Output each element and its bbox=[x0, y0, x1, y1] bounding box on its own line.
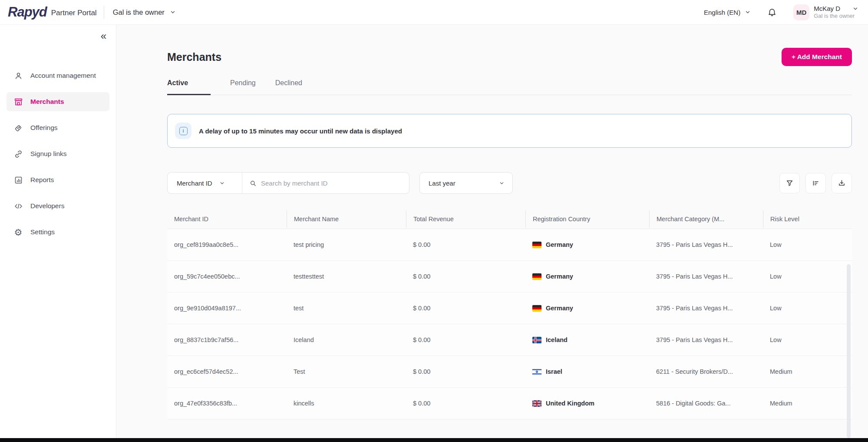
product-label: Partner Portal bbox=[51, 9, 97, 17]
avatar[interactable]: MD bbox=[793, 4, 809, 20]
cell-registration-country: Germany bbox=[525, 229, 649, 260]
sidebar: « Account management Merchants bbox=[0, 25, 116, 442]
table-row[interactable]: org_47e0f3356c83fb... kincells $ 0.00 Un… bbox=[167, 388, 852, 419]
tab-declined[interactable]: Declined bbox=[275, 79, 302, 95]
tab-pending[interactable]: Pending bbox=[230, 79, 256, 95]
download-button[interactable] bbox=[832, 173, 852, 193]
cell-merchant-id: org_9e910d049a8197... bbox=[167, 292, 287, 324]
user-icon bbox=[13, 71, 23, 80]
cell-merchant-name: test bbox=[287, 292, 406, 324]
cell-merchant-id: org_ec6cef57d4ec52... bbox=[167, 356, 287, 387]
cell-merchant-id: org_8837c1b9c7af56... bbox=[167, 324, 287, 356]
flag-icon-de bbox=[532, 273, 541, 280]
country-name: Israel bbox=[546, 368, 562, 375]
chevron-down-icon bbox=[852, 6, 858, 12]
search-field-dropdown[interactable]: Merchant ID bbox=[168, 173, 242, 193]
sidebar-item-merchants[interactable]: Merchants bbox=[7, 92, 109, 111]
merchants-table: Merchant ID Merchant Name Total Revenue … bbox=[167, 209, 852, 419]
language-dropdown[interactable]: English (EN) bbox=[704, 9, 751, 16]
table-row[interactable]: org_9e910d049a8197... test $ 0.00 German… bbox=[167, 292, 852, 324]
cell-merchant-id: org_47e0f3356c83fb... bbox=[167, 388, 287, 419]
sidebar-item-signup-links[interactable]: Signup links bbox=[7, 144, 109, 163]
flag-icon-gb bbox=[532, 400, 541, 407]
table-row[interactable]: org_59c7c4ee050ebc... testtesttest $ 0.0… bbox=[167, 261, 852, 292]
sidebar-item-reports[interactable]: Reports bbox=[7, 170, 109, 189]
sidebar-item-label: Developers bbox=[30, 202, 64, 210]
sort-icon bbox=[812, 179, 820, 187]
cell-risk-level: Medium bbox=[763, 356, 852, 387]
user-role: Gal is the owner bbox=[814, 13, 858, 20]
cell-merchant-id: org_cef8199aa0c8e5... bbox=[167, 229, 287, 260]
info-banner-text: A delay of up to 15 minutes may occur un… bbox=[199, 127, 402, 135]
code-icon bbox=[13, 201, 23, 211]
user-name: McKay D bbox=[814, 5, 840, 13]
column-header-risk-level[interactable]: Risk Level bbox=[763, 210, 852, 228]
account-owner-dropdown[interactable]: Gal is the owner bbox=[113, 8, 176, 17]
table-vertical-scrollbar[interactable] bbox=[847, 264, 851, 438]
cell-merchant-category: 3795 - Paris Las Vegas H... bbox=[649, 261, 763, 292]
table-row[interactable]: org_8837c1b9c7af56... Iceland $ 0.00 Ice… bbox=[167, 324, 852, 356]
sidebar-item-label: Merchants bbox=[30, 98, 64, 106]
chevron-down-icon bbox=[219, 180, 225, 186]
sidebar-item-settings[interactable]: ⚙ Settings bbox=[7, 223, 109, 242]
top-header: Rapyd Partner Portal Gal is the owner En… bbox=[0, 0, 868, 25]
tab-active[interactable]: Active bbox=[167, 79, 211, 95]
filter-button[interactable] bbox=[779, 173, 800, 193]
gear-icon: ⚙ bbox=[13, 227, 23, 237]
column-header-merchant-name[interactable]: Merchant Name bbox=[287, 210, 406, 228]
header-right: English (EN) MD McKay D Gal is the owner bbox=[704, 4, 858, 20]
cell-registration-country: Germany bbox=[525, 261, 649, 292]
date-range-dropdown[interactable]: Last year bbox=[419, 172, 513, 194]
tag-icon bbox=[13, 123, 23, 133]
cell-total-revenue: $ 0.00 bbox=[406, 356, 525, 387]
search-field-label: Merchant ID bbox=[177, 179, 212, 187]
search-input[interactable] bbox=[261, 179, 402, 187]
filter-row: Merchant ID Last year bbox=[167, 172, 852, 194]
table-row[interactable]: org_cef8199aa0c8e5... test pricing $ 0.0… bbox=[167, 229, 852, 261]
sidebar-item-offerings[interactable]: Offerings bbox=[7, 118, 109, 137]
cell-total-revenue: $ 0.00 bbox=[406, 229, 525, 260]
sidebar-item-account-management[interactable]: Account management bbox=[7, 66, 109, 85]
sidebar-nav: Account management Merchants Offerings bbox=[0, 66, 116, 242]
flag-icon-il bbox=[532, 369, 541, 375]
account-owner-label: Gal is the owner bbox=[113, 8, 165, 17]
cell-risk-level: Medium bbox=[763, 388, 852, 419]
country-name: Iceland bbox=[546, 336, 568, 343]
country-name: Germany bbox=[546, 241, 573, 248]
cell-registration-country: Germany bbox=[525, 292, 649, 324]
column-header-total-revenue[interactable]: Total Revenue bbox=[406, 210, 525, 228]
cell-risk-level: Low bbox=[763, 292, 852, 324]
cell-merchant-name: test pricing bbox=[287, 229, 406, 260]
chevron-down-icon bbox=[745, 9, 751, 15]
chevron-down-icon bbox=[499, 180, 505, 186]
table-row[interactable]: org_ec6cef57d4ec52... Test $ 0.00 Israel… bbox=[167, 356, 852, 388]
notifications-bell-icon[interactable] bbox=[767, 7, 777, 17]
table-header-row: Merchant ID Merchant Name Total Revenue … bbox=[167, 209, 852, 229]
cell-merchant-category: 6211 - Security Brokers/D... bbox=[649, 356, 763, 387]
cell-merchant-category: 3795 - Paris Las Vegas H... bbox=[649, 292, 763, 324]
chevron-down-icon bbox=[170, 9, 176, 15]
column-header-merchant-category[interactable]: Merchant Category (M... bbox=[649, 210, 763, 228]
column-header-registration-country[interactable]: Registration Country bbox=[525, 210, 649, 228]
sidebar-item-label: Offerings bbox=[30, 124, 58, 132]
storefront-icon bbox=[13, 97, 23, 106]
user-menu[interactable]: McKay D Gal is the owner bbox=[814, 5, 858, 20]
language-label: English (EN) bbox=[704, 9, 740, 16]
sidebar-item-label: Account management bbox=[30, 72, 96, 80]
cell-merchant-name: Iceland bbox=[287, 324, 406, 356]
search-icon bbox=[249, 179, 257, 187]
cell-merchant-name: kincells bbox=[287, 388, 406, 419]
add-merchant-button[interactable]: + Add Merchant bbox=[782, 48, 852, 66]
sidebar-item-label: Reports bbox=[30, 176, 54, 184]
sidebar-item-label: Signup links bbox=[30, 150, 67, 158]
cell-risk-level: Low bbox=[763, 324, 852, 356]
sort-button[interactable] bbox=[805, 173, 826, 193]
cell-total-revenue: $ 0.00 bbox=[406, 324, 525, 356]
sidebar-item-developers[interactable]: Developers bbox=[7, 196, 109, 216]
sidebar-collapse-icon[interactable]: « bbox=[101, 31, 106, 41]
link-icon bbox=[13, 149, 23, 159]
cell-merchant-category: 5816 - Digital Goods: Ga... bbox=[649, 388, 763, 419]
cell-total-revenue: $ 0.00 bbox=[406, 388, 525, 419]
cell-merchant-category: 3795 - Paris Las Vegas H... bbox=[649, 324, 763, 356]
column-header-merchant-id[interactable]: Merchant ID bbox=[167, 210, 287, 228]
